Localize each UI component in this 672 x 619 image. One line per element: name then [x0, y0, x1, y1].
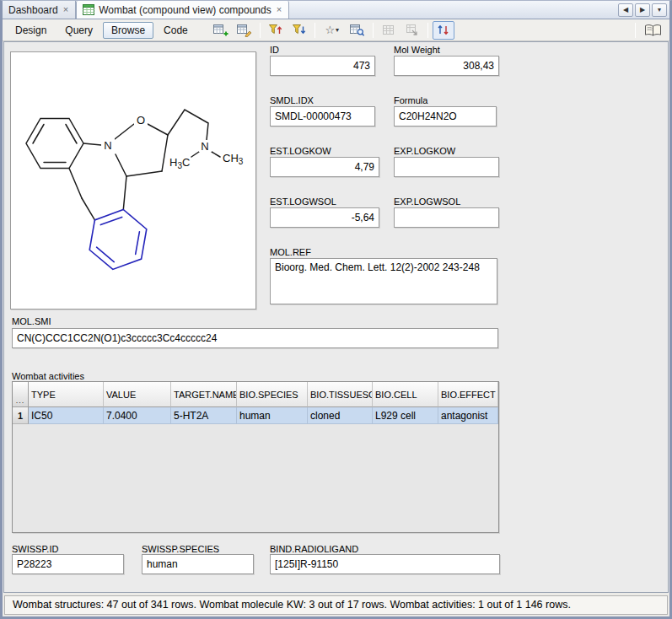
- table-pencil-icon: [237, 24, 252, 37]
- browse-button[interactable]: Browse: [103, 22, 153, 39]
- column-header-target-name[interactable]: TARGET.NAME: [171, 382, 237, 407]
- field-label-est-logkow: EST.LOGKOW: [270, 146, 331, 156]
- table-header-row: ... TYPE VALUE TARGET.NAME BIO.SPECIES B…: [13, 382, 498, 407]
- reference-book-button[interactable]: [640, 21, 665, 40]
- activities-table-label: Wombat activities: [12, 371, 84, 381]
- table-row-selected[interactable]: 1 IC50 7.0400 5-HT2A human cloned L929 c…: [13, 407, 498, 424]
- mol-weight-field[interactable]: 308,43: [394, 56, 499, 76]
- search-table-button[interactable]: [347, 21, 368, 40]
- sort-rows-icon: [437, 24, 450, 36]
- field-label-formula: Formula: [394, 95, 427, 105]
- swissp-id-field[interactable]: P28223: [12, 554, 124, 574]
- column-header-value[interactable]: VALUE: [104, 382, 171, 407]
- activities-table[interactable]: ... TYPE VALUE TARGET.NAME BIO.SPECIES B…: [12, 381, 499, 533]
- column-header-bio-species[interactable]: BIO.SPECIES: [237, 382, 308, 407]
- funnel-up-arrow-icon: [268, 24, 282, 36]
- tab-dashboard[interactable]: Dashboard ×: [3, 1, 76, 19]
- new-form-widget-button[interactable]: [210, 21, 232, 40]
- cell-bio-species[interactable]: human: [237, 407, 308, 424]
- amine-nitrogen-label: N: [201, 140, 208, 153]
- chevron-down-icon: ▾: [336, 27, 339, 34]
- toolbar-separator: [635, 23, 636, 38]
- tab-bar-spacer: [289, 1, 618, 19]
- swissp-species-field[interactable]: human: [142, 554, 254, 574]
- formula-field[interactable]: C20H24N2O: [394, 106, 497, 126]
- favorites-button[interactable]: ☆ ▾: [320, 21, 345, 40]
- tab-wombat-compound-view[interactable]: Wombat (compound view) compounds ×: [76, 1, 289, 19]
- molecule-drawing: N O N CH3 H3C: [11, 52, 257, 310]
- sort-ascending-button[interactable]: [265, 21, 287, 40]
- status-message: Wombat structures: 47 out of 341 rows. W…: [4, 595, 668, 615]
- editor-tab-bar: Dashboard × Wombat (compound view) compo…: [3, 1, 669, 19]
- field-label-swissp-species: SWISSP.SPECIES: [142, 544, 219, 554]
- cell-target-name[interactable]: 5-HT2A: [171, 407, 237, 424]
- column-header-type[interactable]: TYPE: [29, 382, 104, 407]
- cell-type[interactable]: IC50: [29, 407, 104, 424]
- methyl-right-label: CH3: [223, 152, 244, 166]
- export-grid-button[interactable]: [401, 21, 423, 40]
- field-label-est-logwsol: EST.LOGWSOL: [270, 196, 336, 207]
- row-header[interactable]: 1: [13, 407, 29, 424]
- field-label-mol-ref: MOL.REF: [270, 247, 311, 257]
- field-label-bind-radioligand: BIND.RADIOLIGAND: [270, 544, 358, 554]
- cell-bio-tissuesource[interactable]: cloned: [308, 407, 373, 424]
- cell-bio-cell[interactable]: L929 cell: [373, 407, 438, 424]
- bind-radioligand-field[interactable]: [125I]R-91150: [270, 554, 500, 574]
- field-label-swissp-id: SWISSP.ID: [12, 544, 58, 554]
- tab-bar-controls: ◀ ▶ ▾: [618, 1, 669, 19]
- scroll-tabs-right-button[interactable]: ▶: [635, 3, 650, 17]
- table-plus-icon: [213, 24, 228, 37]
- field-label-smdl-idx: SMDL.IDX: [270, 95, 314, 105]
- exp-logwsol-field[interactable]: [394, 207, 499, 228]
- close-icon[interactable]: ×: [62, 5, 69, 14]
- toolbar-separator: [427, 23, 428, 38]
- star-icon: ☆: [325, 24, 335, 35]
- query-button[interactable]: Query: [56, 22, 101, 39]
- benzene-ring-a: [26, 119, 83, 169]
- code-button[interactable]: Code: [155, 22, 196, 39]
- table-search-icon: [350, 24, 365, 37]
- cell-bio-effect[interactable]: antagonist: [438, 407, 498, 424]
- field-label-mol-smi: MOL.SMI: [12, 316, 51, 326]
- toolbar-separator: [314, 23, 315, 38]
- table-empty-area: [13, 424, 498, 532]
- smdl-idx-field[interactable]: SMDL-00000473: [270, 106, 375, 126]
- mol-ref-field[interactable]: Bioorg. Med. Chem. Lett. 12(2)-2002 243-…: [270, 258, 497, 304]
- close-icon[interactable]: ×: [276, 5, 282, 14]
- structure-viewer[interactable]: N O N CH3 H3C: [10, 51, 256, 310]
- oxygen-label: O: [137, 114, 145, 126]
- est-logkow-field[interactable]: 4,79: [270, 157, 379, 177]
- structure-sort-toggle-button[interactable]: [433, 21, 454, 40]
- field-label-id: ID: [270, 45, 279, 55]
- tab-wombat-label: Wombat (compound view) compounds: [99, 4, 271, 16]
- edit-form-widget-button[interactable]: [234, 21, 255, 40]
- mol-smi-field[interactable]: CN(C)CCC1CC2N(O1)c3ccccc3Cc4ccccc24: [12, 328, 498, 348]
- table-corner-button[interactable]: ...: [13, 382, 29, 407]
- column-header-bio-tissuesource[interactable]: BIO.TISSUESOU: [308, 382, 373, 407]
- methyl-left-label: H3C: [169, 156, 190, 170]
- grid-icon: [382, 24, 395, 36]
- open-book-icon: [644, 24, 662, 37]
- scroll-tabs-left-button[interactable]: ◀: [618, 3, 633, 17]
- field-label-exp-logwsol: EXP.LOGWSOL: [394, 196, 460, 207]
- sort-descending-button[interactable]: [288, 21, 310, 40]
- app-window: Dashboard × Wombat (compound view) compo…: [0, 0, 672, 619]
- id-field[interactable]: 473: [270, 56, 375, 76]
- status-bar: Wombat structures: 47 out of 341 rows. W…: [3, 593, 669, 616]
- field-label-exp-logkow: EXP.LOGKOW: [394, 146, 455, 156]
- arrow-left-icon: ◀: [623, 6, 628, 13]
- grid-view-button[interactable]: [378, 21, 400, 40]
- design-button[interactable]: Design: [7, 22, 55, 39]
- cell-value[interactable]: 7.0400: [104, 407, 171, 424]
- est-logwsol-field[interactable]: -5,64: [270, 207, 379, 228]
- column-header-bio-cell[interactable]: BIO.CELL: [373, 382, 438, 407]
- tab-dashboard-label: Dashboard: [8, 4, 58, 16]
- toolbar-separator: [373, 23, 374, 38]
- exp-logkow-field[interactable]: [394, 157, 499, 177]
- maximize-window-button[interactable]: ▾: [652, 3, 667, 17]
- benzene-ring-b-highlighted: [89, 210, 147, 270]
- column-header-bio-effect[interactable]: BIO.EFFECT: [438, 382, 498, 407]
- toolbar-separator: [260, 23, 261, 38]
- browse-form-panel: N O N CH3 H3C ID 473 Mol Weight 308,43 S…: [3, 41, 669, 593]
- main-toolbar: Design Query Browse Code: [3, 19, 669, 41]
